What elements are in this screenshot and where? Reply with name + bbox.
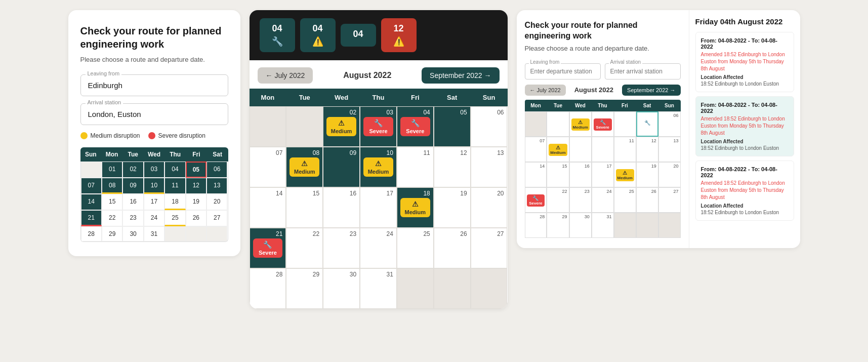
big-cal-cell[interactable] [286,106,323,147]
panel3-cal-cell[interactable]: 07 [525,137,547,162]
panel3-cal-cell[interactable]: 31 [592,213,614,238]
prev-month-button[interactable]: ← July 2022 [258,67,313,84]
big-cal-cell[interactable]: 16 [323,187,360,228]
small-cal-cell[interactable] [81,162,102,178]
panel3-cal-cell[interactable]: 20 [658,162,681,187]
sbc-disruption-badge[interactable]: ⚠Medium [549,144,567,156]
panel3-cal-cell[interactable]: 03🔧Severe [592,111,614,137]
big-cal-cell[interactable]: 09 [323,147,360,187]
sbc-disruption-badge[interactable]: 🔧 [639,119,656,127]
small-cal-cell[interactable]: 17 [144,194,164,210]
sbc-disruption-badge[interactable]: 🔧Severe [527,194,545,207]
small-cal-cell[interactable]: 21 [81,210,102,226]
small-cal-cell[interactable] [206,226,227,242]
panel3-cal-cell[interactable]: 24 [592,187,614,213]
panel3-cal-cell[interactable]: 12 [636,137,658,162]
leaving-from-input[interactable] [80,74,228,96]
sbc-disruption-badge[interactable]: 🔧Severe [594,118,612,131]
small-cal-cell[interactable]: 25 [164,210,185,226]
small-cal-cell[interactable] [186,226,206,242]
big-cal-cell[interactable]: 30 [323,268,360,309]
big-cal-cell[interactable]: 23 [323,228,360,268]
small-cal-cell[interactable]: 18 [164,194,185,210]
panel3-arrival-input[interactable] [605,63,681,79]
sbc-disruption-badge[interactable]: ⚠Medium [571,118,590,131]
small-cal-cell[interactable]: 16 [122,194,143,210]
big-cal-cell[interactable]: 24 [360,228,397,268]
panel3-cal-cell[interactable]: 18⚠Medium [614,162,636,187]
big-cal-cell[interactable]: 06 [471,106,508,147]
small-cal-cell[interactable]: 05 [186,162,206,178]
panel3-cal-cell[interactable]: 27 [658,187,681,213]
icon-tile-2[interactable]: 04 ⚠️ [300,18,336,52]
panel3-cal-cell[interactable]: 25 [614,187,636,213]
big-cal-cell[interactable]: 12 [434,147,471,187]
panel3-cal-cell[interactable]: 16 [569,162,592,187]
icon-tile-4[interactable]: 12 ⚠️ [381,18,417,52]
small-cal-cell[interactable]: 24 [144,210,164,226]
panel3-leaving-input[interactable] [525,63,601,79]
small-cal-cell[interactable] [164,226,185,242]
big-cal-cell[interactable]: 02⚠Medium [323,106,360,147]
small-cal-cell[interactable]: 31 [144,226,164,242]
panel3-cal-cell[interactable]: 28 [525,213,547,238]
big-cal-cell[interactable]: 13 [471,147,508,187]
big-cal-cell[interactable]: 26 [434,228,471,268]
panel3-cal-cell[interactable] [636,213,658,238]
sbc-disruption-badge[interactable]: ⚠Medium [616,169,634,181]
big-cal-cell[interactable]: 25 [397,228,434,268]
big-cal-cell[interactable]: 07 [250,147,286,187]
big-cal-cell[interactable]: 27 [471,228,508,268]
panel3-cal-cell[interactable] [658,213,681,238]
small-cal-cell[interactable]: 23 [122,210,143,226]
icon-tile-3[interactable]: 04 [341,24,376,47]
panel3-prev-month[interactable]: ← July 2022 [525,85,566,96]
big-cal-cell[interactable]: 11 [397,147,434,187]
panel3-cal-cell[interactable]: 13 [658,137,681,162]
small-cal-cell[interactable]: 09 [122,178,143,194]
small-cal-cell[interactable]: 26 [186,210,206,226]
small-cal-cell[interactable]: 12 [186,178,206,194]
big-cal-cell[interactable]: 18⚠Medium [397,187,434,228]
small-cal-cell[interactable]: 08 [102,178,122,194]
panel3-cal-cell[interactable]: 19 [636,162,658,187]
small-cal-cell[interactable]: 10 [144,178,164,194]
panel3-cal-cell[interactable]: 22 [547,187,569,213]
arrival-station-input[interactable] [80,103,228,125]
small-cal-cell[interactable]: 06 [206,162,227,178]
small-cal-cell[interactable]: 02 [122,162,143,178]
big-cal-cell[interactable]: 29 [286,268,323,309]
panel3-cal-cell[interactable]: 21🔧Severe [525,187,547,213]
big-cal-cell[interactable]: 15 [286,187,323,228]
small-cal-cell[interactable]: 15 [102,194,122,210]
panel3-cal-cell[interactable]: 06 [658,111,681,137]
big-cal-cell[interactable] [397,268,434,309]
panel3-cal-cell[interactable]: 05🔧 [636,111,658,137]
panel3-cal-cell[interactable] [525,111,547,137]
panel3-cal-cell[interactable]: 04 [614,111,636,137]
panel3-cal-cell[interactable] [614,213,636,238]
panel3-cal-cell[interactable]: 30 [569,213,592,238]
big-cal-cell[interactable] [471,268,508,309]
small-cal-cell[interactable]: 19 [186,194,206,210]
big-cal-cell[interactable]: 08⚠Medium [286,147,323,187]
big-cal-cell[interactable]: 21🔧Severe [250,228,286,268]
small-cal-cell[interactable]: 11 [164,178,185,194]
panel3-cal-cell[interactable]: 10 [592,137,614,162]
panel3-cal-cell[interactable]: 23 [569,187,592,213]
big-cal-cell[interactable]: 14 [250,187,286,228]
icon-tile-1[interactable]: 04 🔧 [260,18,295,52]
big-cal-cell[interactable] [434,268,471,309]
next-month-button[interactable]: September 2022 → [422,67,499,84]
big-cal-cell[interactable]: 10⚠Medium [360,147,397,187]
panel3-cal-cell[interactable]: 01 [547,111,569,137]
small-cal-cell[interactable]: 22 [102,210,122,226]
small-cal-cell[interactable]: 14 [81,194,102,210]
disruption-badge[interactable]: ⚠Medium [400,198,430,217]
disruption-badge[interactable]: ⚠Medium [326,117,356,136]
big-cal-cell[interactable]: 17 [360,187,397,228]
big-cal-cell[interactable]: 22 [286,228,323,268]
small-cal-cell[interactable]: 28 [81,226,102,242]
small-cal-cell[interactable]: 04 [164,162,185,178]
panel3-cal-cell[interactable]: 08⚠Medium [547,137,569,162]
